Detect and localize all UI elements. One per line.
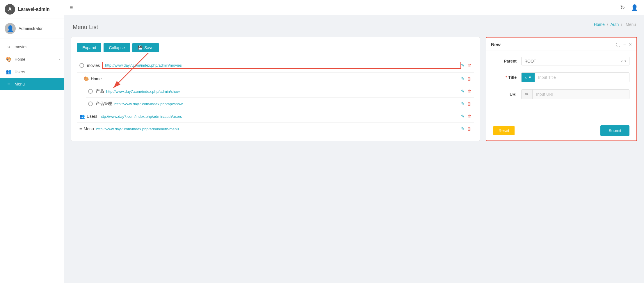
submit-button[interactable]: Submit	[600, 125, 629, 136]
breadcrumb-menu: Menu	[626, 22, 636, 27]
parent-label: Parent	[493, 59, 517, 63]
title-icon-button[interactable]: ○ ▾	[522, 73, 535, 82]
reset-button[interactable]: Reset	[493, 126, 515, 135]
content-area: Expand Collapse 💾 Save movies http://www…	[71, 37, 637, 141]
menu-item-url[interactable]: http://www.day7.com/index.php/admin/movi…	[102, 62, 461, 69]
new-panel-footer: Reset Submit	[486, 121, 636, 140]
hamburger-icon[interactable]: ≡	[70, 4, 73, 10]
menu-actions: ✎ 🗑	[461, 76, 472, 81]
menu-actions: ✎ 🗑	[461, 114, 472, 119]
new-panel-body: Parent ROOT × ▾ * Title	[486, 51, 636, 121]
new-panel-header: New ⛶ − ×	[486, 38, 636, 51]
delete-icon[interactable]: 🗑	[467, 89, 472, 94]
delete-icon[interactable]: 🗑	[467, 114, 472, 119]
form-row-uri: URI ✏	[493, 89, 629, 99]
menu-item-url[interactable]: http://www.day7.com/index.php/admin/auth…	[100, 114, 461, 119]
sidebar-nav: ○ movies 🎨 Home ‹ 👥 Users ≡ Menu	[0, 38, 64, 283]
uri-input-group: ✏	[521, 89, 629, 99]
menu-item-url[interactable]: http://www.day7.com/index.php/admin/auth…	[96, 127, 461, 131]
sidebar-item-home[interactable]: 🎨 Home ‹	[0, 53, 64, 65]
save-button[interactable]: 💾 Save	[132, 43, 159, 52]
sidebar-logo: A Laravel-admin	[0, 0, 64, 19]
edit-icon[interactable]: ✎	[461, 101, 465, 106]
sidebar-item-menu[interactable]: ≡ Menu	[0, 78, 64, 90]
logo-avatar: A	[5, 4, 15, 15]
radio-input[interactable]	[79, 63, 84, 68]
radio-input[interactable]	[88, 102, 93, 106]
sidebar: A Laravel-admin 👤 Administrator ○ movies…	[0, 0, 64, 283]
dropdown-arrow-icon: ▾	[529, 75, 531, 80]
save-icon: 💾	[138, 45, 143, 50]
sidebar-item-label: Menu	[15, 82, 25, 86]
main-content: ≡ ↻ 👤 Home / Auth / Menu MenuList Expand	[64, 0, 644, 283]
delete-icon[interactable]: 🗑	[467, 63, 472, 68]
user-profile-icon[interactable]: 👤	[631, 4, 638, 11]
select-clear-icon[interactable]: ×	[620, 59, 623, 63]
pencil-icon: ✏	[525, 92, 529, 97]
menu-emoji-icon: ≡	[79, 127, 82, 131]
parent-select[interactable]: ROOT × ▾	[521, 57, 629, 65]
expand-button[interactable]: Expand	[77, 43, 101, 52]
parent-select-value: ROOT	[524, 59, 620, 63]
chevron-down-icon[interactable]: ▾	[625, 59, 626, 63]
sidebar-item-movies[interactable]: ○ movies	[0, 41, 64, 53]
edit-icon[interactable]: ✎	[461, 126, 465, 131]
uri-input[interactable]	[533, 90, 629, 99]
user-avatar: 👤	[5, 23, 16, 34]
menu-actions: ✎ 🗑	[461, 89, 472, 94]
logo-title: Laravel-admin	[18, 7, 49, 12]
new-panel: New ⛶ − × Parent ROOT × ▾	[486, 37, 637, 141]
edit-icon[interactable]: ✎	[461, 89, 465, 94]
menu-item-url[interactable]: http://www.day7.com/index.php/admin/show	[106, 89, 461, 94]
users-icon: 👥	[6, 69, 12, 74]
table-row: ≡ Menu http://www.day7.com/index.php/adm…	[77, 123, 474, 135]
edit-icon[interactable]: ✎	[461, 114, 465, 119]
circle-icon: ○	[525, 75, 528, 80]
title-input[interactable]	[535, 73, 629, 82]
form-row-parent: Parent ROOT × ▾	[493, 57, 629, 65]
home-icon: 🎨	[6, 56, 12, 62]
radio-input[interactable]	[88, 89, 93, 94]
new-panel-title: New	[491, 42, 501, 47]
topbar-actions: ↻ 👤	[620, 4, 638, 11]
breadcrumb-auth[interactable]: Auth	[610, 22, 619, 27]
radio-icon: ○	[6, 44, 12, 49]
sidebar-item-users[interactable]: 👥 Users	[0, 65, 64, 78]
title-input-group: ○ ▾	[521, 72, 629, 82]
delete-icon[interactable]: 🗑	[467, 76, 472, 81]
breadcrumb: Home / Auth / Menu	[594, 22, 637, 27]
menu-actions: ✎ 🗑	[461, 63, 472, 68]
uri-label: URI	[493, 92, 517, 97]
menu-actions: ✎ 🗑	[461, 101, 472, 106]
chevron-left-icon: ‹	[59, 58, 60, 61]
delete-icon[interactable]: 🗑	[467, 126, 472, 131]
panel-actions: ⛶ − ×	[616, 42, 632, 48]
sidebar-item-label: Home	[15, 57, 25, 62]
menu-icon: ≡	[6, 81, 12, 87]
edit-icon[interactable]: ✎	[461, 63, 465, 68]
sidebar-item-label: movies	[15, 45, 27, 49]
form-row-title: * Title ○ ▾	[493, 72, 629, 82]
user-name: Administrator	[19, 26, 42, 31]
table-row: 👥 Users http://www.day7.com/index.php/ad…	[77, 110, 474, 123]
topbar: ≡ ↻ 👤	[64, 0, 644, 15]
collapse-button[interactable]: Collapse	[104, 43, 130, 52]
breadcrumb-home[interactable]: Home	[594, 22, 604, 27]
maximize-icon[interactable]: ⛶	[616, 42, 620, 47]
delete-icon[interactable]: 🗑	[467, 101, 472, 106]
close-icon[interactable]: ×	[629, 42, 632, 48]
table-row: − 🎨 Home ✎ 🗑	[77, 73, 474, 85]
sidebar-item-label: Users	[15, 70, 25, 74]
breadcrumb-sep1: /	[607, 22, 609, 27]
refresh-icon[interactable]: ↻	[620, 4, 625, 11]
menu-item-url[interactable]: http://www.day7.com/index.php/api/show	[114, 102, 461, 106]
card-toolbar: Expand Collapse 💾 Save	[77, 43, 474, 52]
table-row: movies http://www.day7.com/index.php/adm…	[77, 58, 474, 73]
edit-icon[interactable]: ✎	[461, 76, 465, 81]
minimize-icon[interactable]: −	[623, 42, 626, 47]
breadcrumb-sep2: /	[621, 22, 623, 27]
table-row: 产品管理 http://www.day7.com/index.php/api/s…	[86, 98, 474, 110]
uri-icon-button[interactable]: ✏	[522, 90, 533, 99]
menu-actions: ✎ 🗑	[461, 126, 472, 131]
home-emoji-icon: 🎨	[83, 76, 89, 81]
